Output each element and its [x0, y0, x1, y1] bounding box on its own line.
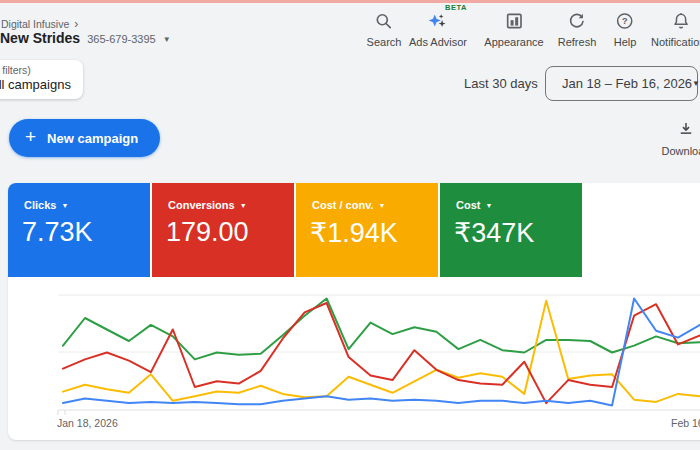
breadcrumb[interactable]: Digital Infusive›	[1, 17, 78, 31]
download-icon	[677, 120, 695, 142]
new-campaign-label: New campaign	[47, 131, 138, 146]
nav-label: Notifications	[651, 36, 700, 48]
x-axis-start-label: Jan 18, 2026	[57, 417, 118, 429]
series-line-cost	[63, 299, 700, 360]
date-range-picker[interactable]: Jan 18 – Feb 16, 2026 ▼	[545, 66, 698, 101]
performance-panel: Clicks▼ 7.73K Conversions▼ 179.00 Cost /…	[8, 183, 700, 440]
nav-label: Refresh	[558, 36, 597, 48]
dropdown-arrow-icon: ▼	[692, 79, 700, 88]
svg-text:?: ?	[622, 16, 628, 26]
nav-label: Search	[367, 36, 402, 48]
date-preset-label: Last 30 days	[464, 76, 538, 91]
refresh-icon	[566, 10, 588, 32]
sparkle-icon: BETA	[427, 10, 449, 32]
download-button[interactable]: Download	[656, 120, 700, 157]
campaign-scope: All campaigns	[0, 77, 75, 92]
nav-label: Appearance	[484, 36, 543, 48]
top-alert-strip	[0, 0, 700, 3]
help-icon: ?	[614, 10, 636, 32]
new-campaign-button[interactable]: + New campaign	[9, 119, 160, 157]
campaign-filter-chip[interactable]: (2 filters) All campaigns	[0, 60, 83, 99]
account-id: 365-679-3395	[87, 33, 156, 45]
nav-item-refresh[interactable]: Refresh	[558, 10, 597, 48]
date-range-value: Jan 18 – Feb 16, 2026	[562, 76, 692, 91]
beta-badge: BETA	[445, 3, 467, 12]
account-name: New Strides	[0, 30, 80, 46]
x-axis-end-label: Feb 16	[671, 417, 700, 429]
nav-item-notifications[interactable]: Notifications	[651, 10, 700, 48]
filters-count: (2 filters)	[0, 64, 75, 76]
trend-chart-svg	[8, 183, 700, 440]
nav-item-search[interactable]: Search	[367, 10, 402, 48]
plus-icon: +	[25, 126, 36, 148]
nav-item-ads-advisor[interactable]: BETA Ads Advisor	[409, 10, 467, 48]
breadcrumb-label: Digital Infusive	[1, 18, 69, 30]
nav-label: Ads Advisor	[409, 36, 467, 48]
download-label: Download	[662, 145, 700, 157]
dropdown-arrow-icon: ▼	[163, 35, 171, 44]
nav-item-appearance[interactable]: Appearance	[484, 10, 543, 48]
bell-icon	[670, 10, 692, 32]
chevron-right-icon: ›	[74, 17, 78, 31]
nav-item-help[interactable]: ? Help	[614, 10, 637, 48]
account-selector[interactable]: New Strides 365-679-3395 ▼	[0, 30, 171, 46]
appearance-icon	[503, 10, 525, 32]
nav-label: Help	[614, 36, 637, 48]
search-icon	[373, 10, 395, 32]
